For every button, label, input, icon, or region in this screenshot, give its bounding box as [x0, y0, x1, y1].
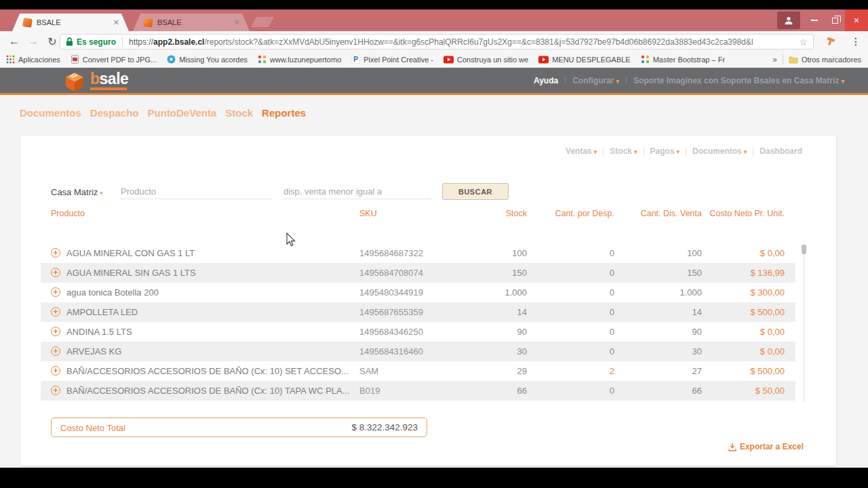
bsale-logo[interactable]: bsale	[64, 71, 128, 92]
browser-toolbar: ← → ↻ Es seguro https://app2.bsale.cl/re…	[0, 31, 868, 52]
costo-neto-value: $ 0,00	[696, 327, 785, 337]
table-row: +agua tonica Botella 20014954803449191.0…	[41, 283, 795, 302]
reload-button[interactable]: ↻	[43, 33, 61, 50]
nav-despacho[interactable]: Despacho	[90, 107, 139, 119]
browser-menu-icon[interactable]: ⋮	[849, 33, 863, 49]
window-restore-button[interactable]	[825, 9, 845, 31]
bookmark-item[interactable]: Convert PDF to JPG...	[71, 55, 157, 64]
buscar-button[interactable]: BUSCAR	[442, 183, 509, 200]
header-right-menu: Ayuda Configurar▾ Soporte Imaginex con S…	[534, 76, 844, 85]
table-row: +ARVEJAS KG149568431646030030$ 0,00	[41, 342, 795, 361]
costo-neto-value: $ 50,00	[696, 386, 785, 396]
profile-button[interactable]	[777, 12, 800, 29]
window-close-button[interactable]: ×	[845, 9, 868, 31]
other-bookmarks-button[interactable]: Otros marcadores	[789, 56, 861, 64]
bookmark-item[interactable]: PPixel Point Creative -	[351, 55, 433, 64]
bookmark-item[interactable]: Construya un sitio we	[443, 56, 528, 64]
nav-reportes[interactable]: Reportes	[262, 107, 306, 119]
total-box: Costo Neto Total $ 8.322.342.923	[51, 418, 427, 437]
cant-por-desp-value: 0	[526, 268, 614, 278]
product-filter-input[interactable]	[121, 184, 271, 199]
chevron-down-icon: ▾	[616, 78, 620, 85]
bookmark-item[interactable]: Master Bootstrap – Fr	[641, 55, 725, 64]
tab-title: BSALE	[157, 18, 234, 26]
product-sku: 1495684708074	[359, 268, 423, 278]
expand-row-icon[interactable]: +	[51, 268, 60, 277]
report-nav-dashboard[interactable]: Dashboard	[760, 146, 802, 156]
bookmarks-overflow-icon[interactable]: »	[772, 55, 777, 64]
table-row: +ANDINA 1.5 LTS149568434625090090$ 0,00	[41, 322, 795, 342]
chevron-down-icon: ▾	[634, 148, 637, 155]
bookmark-item[interactable]: MENU DESPLEGABLE	[538, 56, 631, 64]
nav-documentos[interactable]: Documentos	[20, 107, 81, 119]
other-bookmarks-label: Otros marcadores	[802, 56, 861, 64]
configure-dropdown[interactable]: Configurar▾	[572, 76, 619, 85]
stock-value: 14	[439, 307, 527, 317]
product-name: agua tonica Botella 200	[66, 287, 159, 298]
bookmarks-list: AplicacionesConvert PDF to JPG...Missing…	[0, 55, 772, 64]
product-name: ARVEJAS KG	[66, 346, 121, 357]
cant-por-desp-value: 0	[526, 386, 614, 396]
branch-dropdown[interactable]: Casa Matriz▾	[51, 187, 103, 197]
chevron-down-icon: ▾	[841, 78, 844, 85]
expand-row-icon[interactable]: +	[51, 386, 60, 395]
address-bar[interactable]: Es seguro https://app2.bsale.cl/reports/…	[60, 34, 814, 49]
bookmark-star-icon[interactable]: ☆	[799, 37, 808, 47]
qty-filter-input[interactable]	[283, 184, 431, 199]
extension-icon[interactable]	[823, 34, 837, 49]
lock-icon	[66, 37, 73, 46]
cant-dis-venta-value: 150	[614, 268, 702, 278]
cant-dis-venta-value: 30	[614, 346, 702, 357]
window-minimize-button[interactable]	[804, 9, 825, 31]
product-name: BAÑ/ACCESORIOS ACCESORIOS DE BAÑO (Cx: 1…	[66, 386, 350, 396]
report-nav-ventas[interactable]: Ventas▾	[566, 146, 597, 156]
account-dropdown[interactable]: Soporte Imaginex con Soporte Bsales en C…	[633, 76, 844, 85]
nav-stock[interactable]: Stock	[225, 107, 253, 119]
cant-dis-venta-value: 1.000	[614, 287, 702, 298]
report-nav-documentos[interactable]: Documentos▾	[692, 146, 747, 156]
stock-value: 29	[439, 366, 527, 376]
bookmark-item[interactable]: Aplicaciones	[6, 55, 60, 64]
costo-neto-value: $ 0,00	[696, 248, 785, 258]
costo-neto-value: $ 0,00	[696, 346, 785, 357]
tab-close-icon[interactable]: ✕	[234, 19, 240, 26]
product-sku: 1495687655359	[359, 307, 423, 317]
export-excel-link[interactable]: Exportar a Excel	[728, 442, 804, 451]
bsale-cube-icon	[64, 71, 85, 92]
forward-button[interactable]: →	[24, 33, 42, 50]
expand-row-icon[interactable]: +	[51, 307, 60, 317]
expand-row-icon[interactable]: +	[51, 287, 60, 297]
cant-dis-venta-value: 90	[614, 327, 702, 337]
svg-text:P: P	[353, 56, 358, 63]
browser-titlebar: BSALE ✕ BSALE ✕ ×	[0, 9, 868, 31]
product-sku: 1495480344919	[359, 287, 423, 298]
bookmark-label: Convert PDF to JPG...	[83, 56, 157, 64]
back-button[interactable]: ←	[5, 33, 23, 50]
costo-neto-value: $ 300,00	[696, 287, 785, 298]
table-scrollbar-thumb[interactable]	[802, 245, 806, 254]
chevron-down-icon: ▾	[594, 148, 597, 155]
browser-tab-inactive[interactable]: BSALE ✕	[133, 14, 250, 31]
table-row: +AGUA MINERAL CON GAS 1 LT14956846873221…	[41, 243, 795, 263]
expand-row-icon[interactable]: +	[51, 346, 60, 356]
secure-label: Es seguro	[77, 37, 116, 47]
help-link[interactable]: Ayuda	[534, 76, 558, 85]
report-nav: Ventas▾ Stock▾ Pagos▾ Documentos▾ Dashbo…	[566, 146, 802, 156]
bsale-favicon-icon	[22, 18, 33, 28]
report-nav-stock[interactable]: Stock▾	[610, 146, 637, 156]
expand-row-icon[interactable]: +	[51, 248, 60, 258]
tab-close-icon[interactable]: ✕	[113, 19, 119, 26]
table-row: +AMPOLLETA LED149568765535914014$ 500,00	[41, 302, 795, 322]
bookmark-item[interactable]: www.luzunepuertomo	[258, 55, 341, 64]
nav-puntodeventa[interactable]: PuntoDeVenta	[148, 107, 217, 119]
cant-dis-venta-value: 27	[614, 366, 702, 376]
expand-row-icon[interactable]: +	[51, 327, 60, 336]
close-icon: ×	[854, 16, 859, 25]
new-tab-button[interactable]	[251, 17, 274, 27]
bookmark-item[interactable]: Missing You acordes	[167, 55, 248, 64]
browser-tab-active[interactable]: BSALE ✕	[12, 14, 129, 31]
cant-por-desp-value: 0	[526, 327, 614, 337]
expand-row-icon[interactable]: +	[51, 366, 60, 375]
minimize-icon	[811, 20, 818, 21]
report-nav-pagos[interactable]: Pagos▾	[650, 146, 680, 156]
